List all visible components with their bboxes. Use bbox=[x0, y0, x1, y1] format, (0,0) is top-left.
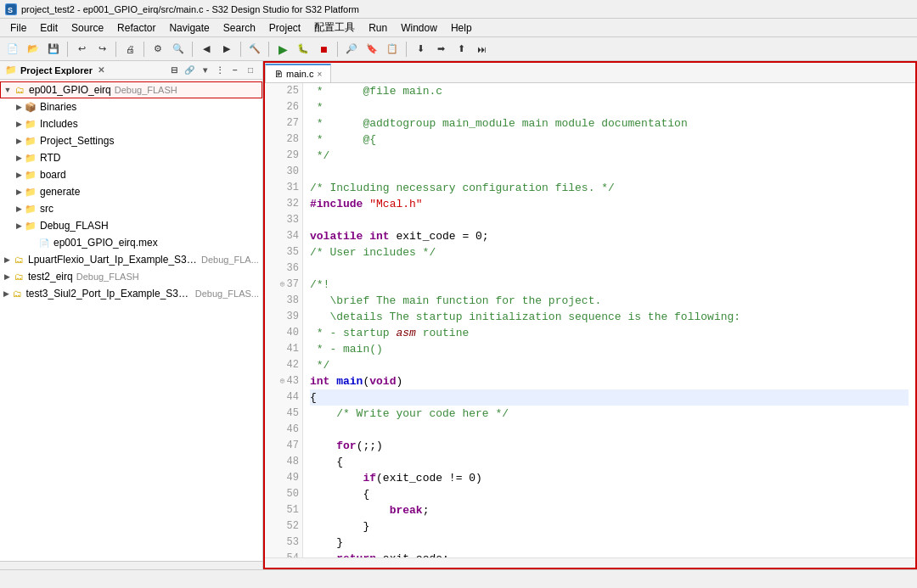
tree-item-generate[interactable]: ▶ 📁 generate bbox=[0, 183, 262, 200]
line-46: 46 bbox=[267, 422, 299, 438]
code-line-28: * @{ bbox=[310, 132, 909, 148]
print-button[interactable]: 🖨 bbox=[121, 40, 139, 59]
run-button[interactable]: ▶ bbox=[273, 40, 292, 59]
label-ep001: ep001_GPIO_eirq bbox=[29, 84, 111, 96]
code-line-33 bbox=[310, 212, 909, 228]
open-button[interactable]: 📂 bbox=[24, 40, 42, 59]
stop-button[interactable]: ⏹ bbox=[314, 40, 333, 59]
tree-item-ep001[interactable]: ▼ 🗂 ep001_GPIO_eirq Debug_FLASH bbox=[0, 81, 262, 98]
line-50: 50 bbox=[267, 486, 299, 502]
menu-edit[interactable]: Edit bbox=[33, 20, 65, 36]
tasks-button[interactable]: 📋 bbox=[383, 40, 402, 59]
line-39: 39 bbox=[267, 309, 299, 325]
debug-button[interactable]: 🐛 bbox=[294, 40, 312, 59]
tree-item-rtd[interactable]: ▶ 📁 RTD bbox=[0, 149, 262, 166]
menu-project[interactable]: Project bbox=[262, 20, 307, 36]
line-25: 25 bbox=[267, 83, 299, 99]
code-line-48: { bbox=[310, 454, 909, 470]
line-45: 45 bbox=[267, 406, 299, 422]
code-area[interactable]: * @file main.c * * @addtogroup main_modu… bbox=[303, 83, 915, 557]
code-line-41: * - main() bbox=[310, 341, 909, 357]
code-line-36 bbox=[310, 260, 909, 277]
tab-file-icon: 🖹 bbox=[274, 70, 283, 79]
arrow-ep001: ▼ bbox=[3, 86, 13, 94]
tree-item-debug-flash[interactable]: ▶ 📁 Debug_FLASH bbox=[0, 217, 262, 234]
toolbar: 📄 📂 💾 ↩ ↪ 🖨 ⚙ 🔍 ◀ ▶ 🔨 ▶ 🐛 ⏹ 🔎 🔖 📋 ⬇ ➡ ⬆ … bbox=[0, 37, 917, 61]
tab-label: main.c bbox=[286, 69, 313, 79]
line-37: 37 bbox=[267, 277, 299, 293]
icon-test3: 🗂 bbox=[11, 288, 24, 300]
tree-item-lpuart[interactable]: ▶ 🗂 LpuartFlexio_Uart_Ip_Example_S32K344… bbox=[0, 251, 262, 268]
svg-text:S: S bbox=[8, 6, 13, 14]
maximize-icon[interactable]: □ bbox=[244, 64, 257, 77]
menu-config[interactable]: 配置工具 bbox=[307, 19, 362, 36]
step-over-button[interactable]: ➡ bbox=[431, 40, 450, 59]
icon-rtd: 📁 bbox=[24, 152, 37, 164]
tree-item-includes[interactable]: ▶ 📁 Includes bbox=[0, 115, 262, 132]
collapse-all-icon[interactable]: ⊟ bbox=[167, 64, 181, 77]
tree-item-test3[interactable]: ▶ 🗂 test3_Siul2_Port_Ip_Example_S32K344 … bbox=[0, 285, 262, 302]
tree-item-test2[interactable]: ▶ 🗂 test2_eirq Debug_FLASH bbox=[0, 268, 262, 285]
filter-icon[interactable]: ▾ bbox=[198, 64, 211, 77]
line-38: 38 bbox=[267, 293, 299, 309]
undo-button[interactable]: ↩ bbox=[72, 40, 91, 59]
tree-item-project-settings[interactable]: ▶ 📁 Project_Settings bbox=[0, 132, 262, 149]
search-toolbar-button[interactable]: 🔎 bbox=[342, 40, 361, 59]
menu-source[interactable]: Source bbox=[65, 20, 110, 36]
editor-body: 25 26 27 28 29 30 31 32 33 34 35 36 37 3… bbox=[265, 83, 915, 557]
app-icon: S bbox=[5, 3, 17, 15]
menu-window[interactable]: Window bbox=[394, 20, 444, 36]
resume-button[interactable]: ⏭ bbox=[472, 40, 491, 59]
step-return-button[interactable]: ⬆ bbox=[452, 40, 470, 59]
tree-item-binaries[interactable]: ▶ 📦 Binaries bbox=[0, 98, 262, 115]
tree-item-src[interactable]: ▶ 📁 src bbox=[0, 200, 262, 217]
line-53: 53 bbox=[267, 535, 299, 551]
forward-button[interactable]: ▶ bbox=[217, 40, 236, 59]
line-30: 30 bbox=[267, 164, 299, 180]
tree-item-board[interactable]: ▶ 📁 board bbox=[0, 166, 262, 183]
label-src: src bbox=[40, 203, 53, 215]
properties-button[interactable]: ⚙ bbox=[149, 40, 167, 59]
filter-button[interactable]: 🔍 bbox=[169, 40, 188, 59]
menu-help[interactable]: Help bbox=[444, 20, 479, 36]
code-line-26: * bbox=[310, 99, 909, 115]
line-40: 40 bbox=[267, 325, 299, 341]
back-button[interactable]: ◀ bbox=[197, 40, 216, 59]
step-into-button[interactable]: ⬇ bbox=[411, 40, 430, 59]
project-tree[interactable]: ▼ 🗂 ep001_GPIO_eirq Debug_FLASH ▶ 📦 Bina… bbox=[0, 80, 262, 561]
code-line-54: return exit_code; bbox=[310, 551, 909, 557]
minimize-icon[interactable]: − bbox=[228, 64, 242, 77]
line-48: 48 bbox=[267, 454, 299, 470]
redo-button[interactable]: ↪ bbox=[93, 40, 111, 59]
menu-run[interactable]: Run bbox=[362, 20, 394, 36]
line-44: 44 bbox=[267, 389, 299, 406]
window-title: project_test2 - ep001_GPIO_eirq/src/main… bbox=[21, 4, 359, 14]
line-32: 32 bbox=[267, 196, 299, 212]
sep2 bbox=[115, 42, 116, 57]
line-43: 43 bbox=[267, 373, 299, 389]
icon-lpuart: 🗂 bbox=[12, 254, 25, 266]
view-menu-icon[interactable]: ⋮ bbox=[213, 64, 227, 77]
editor-tabs: 🖹 main.c × bbox=[265, 63, 915, 83]
save-button[interactable]: 💾 bbox=[44, 40, 63, 59]
editor-bottom-scrollbar[interactable] bbox=[265, 557, 915, 568]
code-line-53: } bbox=[310, 535, 909, 551]
label-test2: test2_eirq bbox=[28, 271, 73, 283]
link-editor-icon[interactable]: 🔗 bbox=[183, 64, 196, 77]
menu-file[interactable]: File bbox=[3, 20, 33, 36]
icon-src: 📁 bbox=[24, 203, 37, 215]
icon-mex: 📄 bbox=[37, 237, 51, 249]
menu-search[interactable]: Search bbox=[217, 20, 262, 36]
bookmark-button[interactable]: 🔖 bbox=[363, 40, 381, 59]
code-line-35: /* User includes */ bbox=[310, 244, 909, 260]
tab-main-c[interactable]: 🖹 main.c × bbox=[265, 64, 331, 82]
tab-close-button[interactable]: × bbox=[317, 70, 322, 79]
menu-refactor[interactable]: Refactor bbox=[110, 20, 162, 36]
line-29: 29 bbox=[267, 148, 299, 164]
editor-panel: 🖹 main.c × 25 26 27 28 29 30 31 32 33 34… bbox=[263, 61, 917, 569]
tree-item-mex[interactable]: ▶ 📄 ep001_GPIO_eirq.mex bbox=[0, 234, 262, 251]
build-button[interactable]: 🔨 bbox=[245, 40, 264, 59]
new-button[interactable]: 📄 bbox=[3, 40, 22, 59]
menu-navigate[interactable]: Navigate bbox=[162, 20, 216, 36]
left-scrollbar[interactable] bbox=[0, 561, 262, 569]
